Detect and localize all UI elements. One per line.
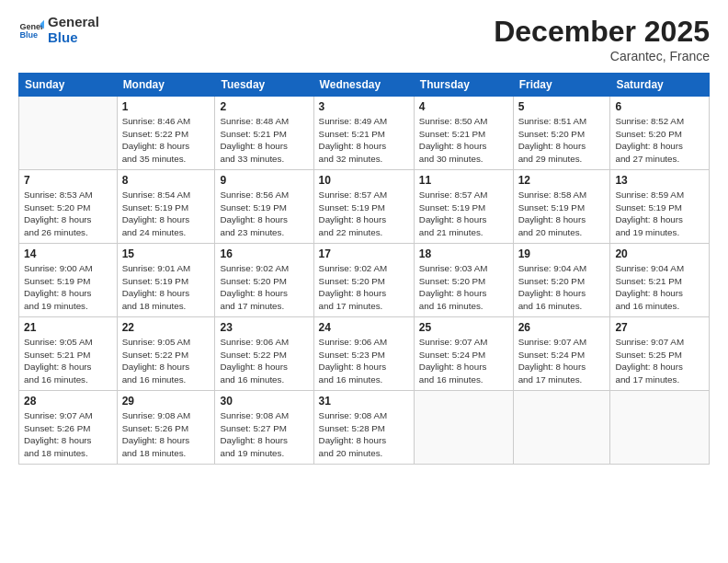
day-info: Sunrise: 9:01 AM Sunset: 5:19 PM Dayligh… <box>122 262 210 313</box>
day-number: 18 <box>419 247 508 260</box>
col-friday: Friday <box>513 74 610 97</box>
day-info: Sunrise: 8:46 AM Sunset: 5:22 PM Dayligh… <box>122 115 210 166</box>
svg-text:Blue: Blue <box>19 30 38 40</box>
day-info: Sunrise: 8:53 AM Sunset: 5:20 PM Dayligh… <box>24 189 112 239</box>
day-info: Sunrise: 8:59 AM Sunset: 5:19 PM Dayligh… <box>615 189 704 239</box>
day-number: 20 <box>615 247 704 260</box>
day-number: 2 <box>220 100 308 113</box>
table-row: 3Sunrise: 8:49 AM Sunset: 5:21 PM Daylig… <box>313 97 414 170</box>
table-row: 24Sunrise: 9:06 AM Sunset: 5:23 PM Dayli… <box>313 317 414 391</box>
col-sunday: Sunday <box>19 74 118 97</box>
day-number: 17 <box>319 247 409 260</box>
table-row: 1Sunrise: 8:46 AM Sunset: 5:22 PM Daylig… <box>117 97 215 170</box>
col-monday: Monday <box>117 74 215 97</box>
day-number: 3 <box>319 100 409 113</box>
day-number: 10 <box>319 174 409 187</box>
day-number: 16 <box>220 247 308 260</box>
day-info: Sunrise: 8:56 AM Sunset: 5:19 PM Dayligh… <box>220 189 308 239</box>
table-row: 8Sunrise: 8:54 AM Sunset: 5:19 PM Daylig… <box>117 170 215 244</box>
day-info: Sunrise: 9:08 AM Sunset: 5:27 PM Dayligh… <box>220 409 308 460</box>
day-number: 9 <box>220 174 308 187</box>
table-row: 12Sunrise: 8:58 AM Sunset: 5:19 PM Dayli… <box>513 170 610 244</box>
day-number: 30 <box>220 395 308 408</box>
day-info: Sunrise: 9:03 AM Sunset: 5:20 PM Dayligh… <box>419 262 508 313</box>
header: General Blue General Blue December 2025 … <box>18 15 710 63</box>
table-row: 13Sunrise: 8:59 AM Sunset: 5:19 PM Dayli… <box>610 170 710 244</box>
day-info: Sunrise: 9:08 AM Sunset: 5:26 PM Dayligh… <box>122 409 210 460</box>
day-number: 23 <box>220 321 308 334</box>
day-info: Sunrise: 9:05 AM Sunset: 5:21 PM Dayligh… <box>24 336 112 386</box>
calendar-week-2: 7Sunrise: 8:53 AM Sunset: 5:20 PM Daylig… <box>19 170 710 244</box>
day-number: 15 <box>122 247 210 260</box>
day-info: Sunrise: 9:05 AM Sunset: 5:22 PM Dayligh… <box>122 336 210 386</box>
day-number: 12 <box>518 174 606 187</box>
table-row: 22Sunrise: 9:05 AM Sunset: 5:22 PM Dayli… <box>117 317 215 391</box>
logo-icon: General Blue <box>18 17 44 43</box>
location-subtitle: Carantec, France <box>494 49 710 63</box>
day-info: Sunrise: 9:07 AM Sunset: 5:24 PM Dayligh… <box>518 336 606 386</box>
table-row <box>513 391 610 465</box>
table-row: 28Sunrise: 9:07 AM Sunset: 5:26 PM Dayli… <box>19 391 118 465</box>
table-row: 31Sunrise: 9:08 AM Sunset: 5:28 PM Dayli… <box>313 391 414 465</box>
title-block: December 2025 Carantec, France <box>494 15 710 63</box>
logo-text-general: General <box>48 15 99 30</box>
day-info: Sunrise: 9:06 AM Sunset: 5:22 PM Dayligh… <box>220 336 308 386</box>
month-title: December 2025 <box>494 15 710 49</box>
day-info: Sunrise: 9:00 AM Sunset: 5:19 PM Dayligh… <box>24 262 112 313</box>
table-row: 29Sunrise: 9:08 AM Sunset: 5:26 PM Dayli… <box>117 391 215 465</box>
table-row: 20Sunrise: 9:04 AM Sunset: 5:21 PM Dayli… <box>610 244 710 317</box>
day-number: 19 <box>518 247 606 260</box>
calendar-week-3: 14Sunrise: 9:00 AM Sunset: 5:19 PM Dayli… <box>19 244 710 317</box>
day-info: Sunrise: 9:08 AM Sunset: 5:28 PM Dayligh… <box>319 409 409 460</box>
table-row: 23Sunrise: 9:06 AM Sunset: 5:22 PM Dayli… <box>215 317 313 391</box>
day-number: 8 <box>122 174 210 187</box>
table-row: 17Sunrise: 9:02 AM Sunset: 5:20 PM Dayli… <box>313 244 414 317</box>
day-number: 31 <box>319 395 409 408</box>
table-row: 6Sunrise: 8:52 AM Sunset: 5:20 PM Daylig… <box>610 97 710 170</box>
day-number: 24 <box>319 321 409 334</box>
table-row: 11Sunrise: 8:57 AM Sunset: 5:19 PM Dayli… <box>414 170 513 244</box>
day-info: Sunrise: 9:04 AM Sunset: 5:20 PM Dayligh… <box>518 262 606 313</box>
calendar-header-row: Sunday Monday Tuesday Wednesday Thursday… <box>19 74 710 97</box>
table-row <box>610 391 710 465</box>
day-info: Sunrise: 9:06 AM Sunset: 5:23 PM Dayligh… <box>319 336 409 386</box>
table-row: 26Sunrise: 9:07 AM Sunset: 5:24 PM Dayli… <box>513 317 610 391</box>
table-row: 7Sunrise: 8:53 AM Sunset: 5:20 PM Daylig… <box>19 170 118 244</box>
table-row: 21Sunrise: 9:05 AM Sunset: 5:21 PM Dayli… <box>19 317 118 391</box>
day-number: 14 <box>24 247 112 260</box>
col-thursday: Thursday <box>414 74 513 97</box>
day-info: Sunrise: 8:57 AM Sunset: 5:19 PM Dayligh… <box>319 189 409 239</box>
day-number: 1 <box>122 100 210 113</box>
day-number: 5 <box>518 100 606 113</box>
calendar-week-1: 1Sunrise: 8:46 AM Sunset: 5:22 PM Daylig… <box>19 97 710 170</box>
day-info: Sunrise: 9:07 AM Sunset: 5:26 PM Dayligh… <box>24 409 112 460</box>
table-row: 16Sunrise: 9:02 AM Sunset: 5:20 PM Dayli… <box>215 244 313 317</box>
day-info: Sunrise: 8:51 AM Sunset: 5:20 PM Dayligh… <box>518 115 606 166</box>
page-container: General Blue General Blue December 2025 … <box>0 0 728 474</box>
table-row: 14Sunrise: 9:00 AM Sunset: 5:19 PM Dayli… <box>19 244 118 317</box>
table-row: 2Sunrise: 8:48 AM Sunset: 5:21 PM Daylig… <box>215 97 313 170</box>
logo: General Blue General Blue <box>18 15 99 45</box>
day-info: Sunrise: 9:07 AM Sunset: 5:24 PM Dayligh… <box>419 336 508 386</box>
table-row: 4Sunrise: 8:50 AM Sunset: 5:21 PM Daylig… <box>414 97 513 170</box>
table-row: 18Sunrise: 9:03 AM Sunset: 5:20 PM Dayli… <box>414 244 513 317</box>
day-number: 26 <box>518 321 606 334</box>
table-row: 19Sunrise: 9:04 AM Sunset: 5:20 PM Dayli… <box>513 244 610 317</box>
table-row: 30Sunrise: 9:08 AM Sunset: 5:27 PM Dayli… <box>215 391 313 465</box>
table-row: 9Sunrise: 8:56 AM Sunset: 5:19 PM Daylig… <box>215 170 313 244</box>
day-info: Sunrise: 9:02 AM Sunset: 5:20 PM Dayligh… <box>319 262 409 313</box>
calendar-table: Sunday Monday Tuesday Wednesday Thursday… <box>18 73 710 465</box>
day-info: Sunrise: 8:48 AM Sunset: 5:21 PM Dayligh… <box>220 115 308 166</box>
logo-text-blue: Blue <box>48 30 99 46</box>
table-row: 15Sunrise: 9:01 AM Sunset: 5:19 PM Dayli… <box>117 244 215 317</box>
col-wednesday: Wednesday <box>313 74 414 97</box>
table-row: 10Sunrise: 8:57 AM Sunset: 5:19 PM Dayli… <box>313 170 414 244</box>
calendar-week-4: 21Sunrise: 9:05 AM Sunset: 5:21 PM Dayli… <box>19 317 710 391</box>
col-tuesday: Tuesday <box>215 74 313 97</box>
day-number: 4 <box>419 100 508 113</box>
table-row <box>414 391 513 465</box>
day-number: 7 <box>24 174 112 187</box>
table-row: 5Sunrise: 8:51 AM Sunset: 5:20 PM Daylig… <box>513 97 610 170</box>
day-info: Sunrise: 8:57 AM Sunset: 5:19 PM Dayligh… <box>419 189 508 239</box>
day-number: 13 <box>615 174 704 187</box>
